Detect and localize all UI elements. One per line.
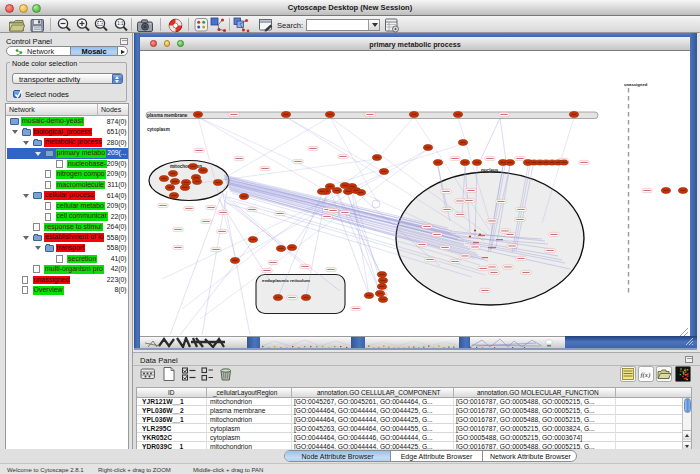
- svg-text:endoplasmic reticulum: endoplasmic reticulum: [262, 278, 310, 283]
- svg-text:plasma membrane: plasma membrane: [147, 112, 188, 117]
- svg-text:unassigned: unassigned: [624, 82, 648, 87]
- svg-text:f(x): f(x): [641, 371, 651, 379]
- svg-text:cytoplasm: cytoplasm: [147, 127, 170, 132]
- svg-text:nucleus: nucleus: [481, 168, 499, 173]
- svg-text:1:1: 1:1: [117, 21, 124, 26]
